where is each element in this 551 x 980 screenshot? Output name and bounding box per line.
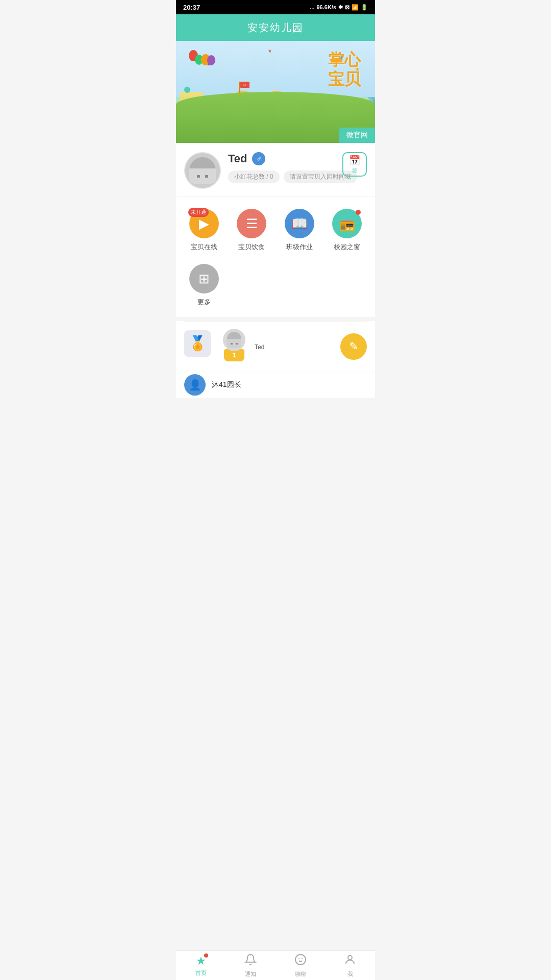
menu-item-more[interactable]: ⊞ 更多 <box>180 260 228 311</box>
app-header: 安安幼儿园 <box>176 14 375 41</box>
notification-dot <box>356 210 361 215</box>
ted-name-label: Ted <box>255 344 264 351</box>
time: 20:37 <box>183 4 200 11</box>
sim-icon: ⊠ <box>345 4 349 11</box>
ted-head <box>223 329 245 351</box>
app-title: 安安幼儿园 <box>247 21 304 35</box>
feed-item-partial: 👤 沐41园长 <box>176 372 375 398</box>
feed-decoration: 🏅 <box>184 330 214 363</box>
bottom-spacer <box>176 398 375 427</box>
banner-tagline-line2: 宝贝 <box>328 69 361 89</box>
gender-icon: ♂ <box>256 155 262 163</box>
avatar <box>184 152 221 189</box>
baobei-online-label: 宝贝在线 <box>191 242 217 252</box>
wifi-icon: 📶 <box>352 4 359 11</box>
sign-in-button[interactable]: 📅 签 <box>342 152 367 177</box>
banner-tagline: 掌心 宝贝 <box>328 50 361 89</box>
flowers-tag: 小红花总数 / 0 <box>228 170 280 183</box>
profile-section: Ted ♂ 小红花总数 / 0 请设置宝贝入园时间哦 📅 签 <box>176 143 375 196</box>
gender-badge: ♂ <box>252 152 265 165</box>
food-icon: ☰ <box>246 216 258 232</box>
compose-icon: ✎ <box>349 340 358 353</box>
more-label: 更多 <box>197 298 211 307</box>
more-icon-wrap: ⊞ <box>189 264 219 293</box>
menu-item-baobei-food[interactable]: ☰ 宝贝饮食 <box>228 205 276 256</box>
compose-button[interactable]: ✎ <box>340 333 367 360</box>
mini-web-button[interactable]: 微官网 <box>339 128 375 143</box>
partial-avatar-icon: 👤 <box>189 379 202 391</box>
partial-name: 沐41园长 <box>212 380 241 389</box>
menu-item-homework[interactable]: 📖 班级作业 <box>276 205 323 256</box>
network-speed: 96.6K/s <box>316 4 336 10</box>
ted-character: 1 <box>220 329 248 364</box>
signal-icon: ... <box>310 4 314 10</box>
homework-label: 班级作业 <box>286 242 313 252</box>
campus-window-icon-wrap: 📻 <box>332 209 362 238</box>
baobei-online-icon-wrap: 未开通 ▶ <box>189 209 219 238</box>
feed-item-ted: 🏅 1 Ted ✎ <box>176 322 375 372</box>
status-bar: 20:37 ... 96.6K/s ✱ ⊠ 📶 🔋 <box>176 0 375 14</box>
partial-avatar: 👤 <box>184 374 206 396</box>
grid-icon: ⊞ <box>198 271 210 287</box>
bluetooth-icon: ✱ <box>338 4 343 11</box>
campus-window-label: 校园之窗 <box>334 242 360 252</box>
unopened-badge: 未开通 <box>188 208 209 217</box>
play-icon: ▶ <box>199 216 209 232</box>
star-5: ★ <box>268 48 272 54</box>
banner-tagline-line1: 掌心 <box>328 50 361 69</box>
menu-section: 未开通 ▶ 宝贝在线 ☰ 宝贝饮食 📖 班级作业 📻 校园之窗 <box>176 197 375 317</box>
menu-grid-row1: 未开通 ▶ 宝贝在线 ☰ 宝贝饮食 📖 班级作业 📻 校园之窗 <box>180 205 371 256</box>
sign-label: 签 <box>352 167 358 175</box>
baobei-food-icon-wrap: ☰ <box>237 209 266 238</box>
menu-item-campus-window[interactable]: 📻 校园之窗 <box>323 205 371 256</box>
menu-grid-row2: ⊞ 更多 <box>180 260 371 311</box>
baobei-food-label: 宝贝饮食 <box>238 242 265 252</box>
book-icon: 📖 <box>291 216 308 232</box>
homework-icon-wrap: 📖 <box>285 209 314 238</box>
radio-icon: 📻 <box>339 216 355 232</box>
banner: ★ ★ ★ ★ ★ ☺ <box>176 41 375 143</box>
battery-icon: 🔋 <box>361 4 368 11</box>
calendar-icon: 📅 <box>349 155 360 166</box>
feed-section: 🏅 1 Ted ✎ <box>176 321 375 398</box>
menu-item-baobei-online[interactable]: 未开通 ▶ 宝贝在线 <box>180 205 228 256</box>
profile-name: Ted <box>228 152 247 165</box>
